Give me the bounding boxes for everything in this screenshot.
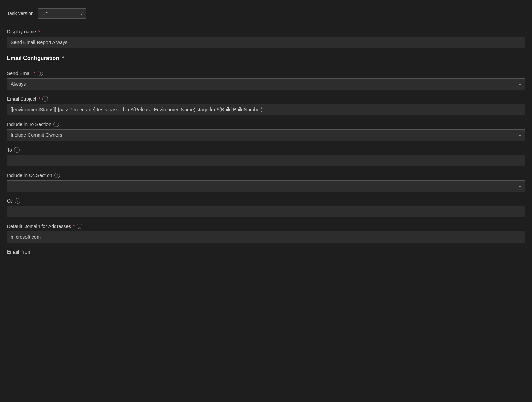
include-in-cc-section-row: Include in Cc Section i None Include Com…: [7, 173, 525, 192]
to-input[interactable]: [7, 155, 525, 166]
send-email-info-icon[interactable]: i: [38, 71, 43, 76]
send-email-row: Send Email * i Always OnFailure OnSucces…: [7, 71, 525, 90]
send-email-select[interactable]: Always OnFailure OnSuccess Never: [7, 78, 525, 90]
display-name-row: Display name *: [7, 29, 525, 48]
email-from-label: Email From: [7, 249, 32, 255]
default-domain-required: *: [73, 224, 75, 229]
send-email-required: *: [34, 71, 35, 76]
include-in-to-section-label-row: Include in To Section i: [7, 122, 525, 127]
task-version-select[interactable]: 1.* 0.* 2.*: [38, 8, 86, 19]
email-subject-info-icon[interactable]: i: [42, 96, 48, 102]
to-row: To i: [7, 147, 525, 166]
display-name-required: *: [38, 29, 40, 34]
to-label-row: To i: [7, 147, 525, 153]
include-in-cc-section-info-icon[interactable]: i: [54, 173, 60, 178]
email-from-row: Email From: [7, 249, 525, 255]
include-in-cc-section-label-row: Include in Cc Section i: [7, 173, 525, 178]
cc-input[interactable]: [7, 206, 525, 217]
include-in-cc-section-select-wrapper: None Include Commit Owners Custom ⌄: [7, 180, 525, 192]
display-name-label-row: Display name *: [7, 29, 525, 34]
cc-label: Cc: [7, 198, 13, 204]
default-domain-label-row: Default Domain for Addresses * i: [7, 224, 525, 229]
cc-info-icon[interactable]: i: [15, 198, 20, 204]
cc-row: Cc i: [7, 198, 525, 217]
send-email-label-row: Send Email * i: [7, 71, 525, 76]
task-version-row: Task version 1.* 0.* 2.* ⤴: [7, 8, 525, 19]
display-name-label: Display name: [7, 29, 36, 34]
email-configuration-chevron-icon[interactable]: ^: [62, 55, 64, 61]
email-from-label-row: Email From: [7, 249, 525, 255]
task-version-label: Task version: [7, 11, 34, 16]
include-in-to-section-select[interactable]: Include Commit Owners None Custom: [7, 129, 525, 141]
cc-label-row: Cc i: [7, 198, 525, 204]
email-subject-label: Email Subject: [7, 96, 36, 102]
to-label: To: [7, 147, 12, 153]
send-email-label: Send Email: [7, 71, 32, 76]
include-in-cc-section-select[interactable]: None Include Commit Owners Custom: [7, 180, 525, 192]
include-in-to-section-row: Include in To Section i Include Commit O…: [7, 122, 525, 141]
default-domain-row: Default Domain for Addresses * i: [7, 224, 525, 243]
include-in-to-section-select-wrapper: Include Commit Owners None Custom ⌄: [7, 129, 525, 141]
task-version-select-wrapper: 1.* 0.* 2.* ⤴: [38, 8, 86, 19]
email-subject-label-row: Email Subject * i: [7, 96, 525, 102]
display-name-input[interactable]: [7, 37, 525, 48]
default-domain-info-icon[interactable]: i: [77, 224, 82, 229]
send-email-select-wrapper: Always OnFailure OnSuccess Never ⌄: [7, 78, 525, 90]
include-in-to-section-label: Include in To Section: [7, 122, 51, 127]
include-in-cc-section-label: Include in Cc Section: [7, 173, 52, 178]
email-subject-row: Email Subject * i: [7, 96, 525, 115]
default-domain-label: Default Domain for Addresses: [7, 224, 71, 229]
email-configuration-header: Email Configuration ^: [7, 55, 525, 65]
email-configuration-title: Email Configuration: [7, 55, 59, 61]
include-in-to-section-info-icon[interactable]: i: [53, 122, 59, 127]
to-info-icon[interactable]: i: [14, 147, 20, 153]
default-domain-input[interactable]: [7, 231, 525, 243]
email-subject-input[interactable]: [7, 104, 525, 115]
email-subject-required: *: [39, 96, 40, 102]
